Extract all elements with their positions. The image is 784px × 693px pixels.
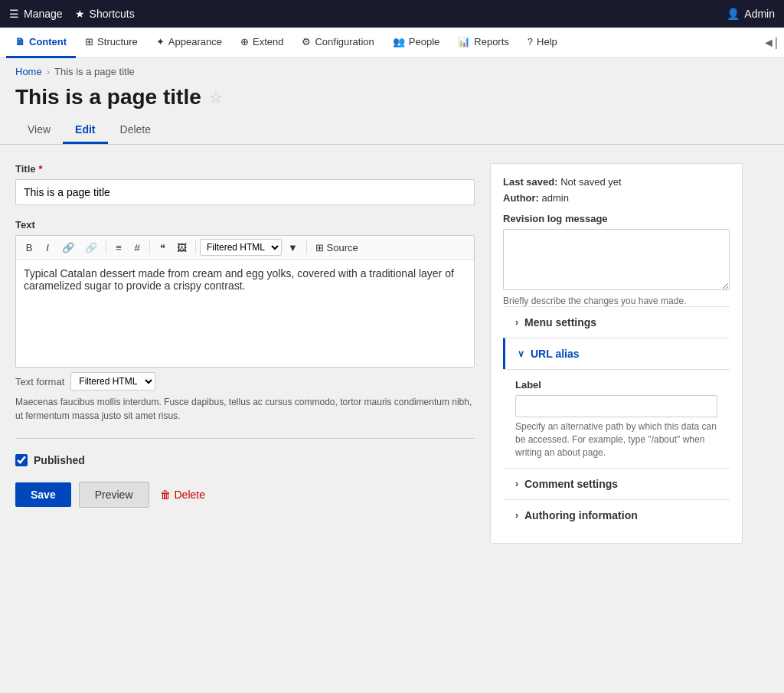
- tab-delete[interactable]: Delete: [108, 117, 163, 144]
- ordered-list-button[interactable]: #: [129, 240, 145, 256]
- shortcuts-label: Shortcuts: [90, 8, 135, 20]
- last-saved-label: Last saved:: [503, 176, 558, 188]
- comment-settings-section[interactable]: › Comment settings: [503, 468, 730, 499]
- editor-content[interactable]: Typical Catalan dessert made from cream …: [16, 260, 474, 367]
- nav-extend-label: Extend: [253, 36, 283, 47]
- label-help: Specify an alternative path by which thi…: [515, 420, 717, 459]
- text-format-label: Text format: [15, 376, 64, 387]
- delete-button[interactable]: 🗑 Delete: [157, 482, 208, 507]
- text-field-label: Text: [15, 219, 475, 230]
- required-marker: *: [39, 163, 43, 175]
- help-icon: ?: [528, 36, 533, 47]
- nav-structure[interactable]: ⊞ Structure: [76, 28, 147, 58]
- content-icon: 🗎: [15, 36, 25, 47]
- tab-view[interactable]: View: [15, 117, 63, 144]
- delete-icon: 🗑: [160, 489, 171, 501]
- published-row: Published: [15, 454, 475, 466]
- nav-reports-label: Reports: [474, 36, 509, 47]
- save-button[interactable]: Save: [15, 482, 71, 507]
- nav-help[interactable]: ? Help: [518, 28, 567, 58]
- url-alias-chevron-down: ∨: [518, 348, 524, 359]
- breadcrumb-separator: ›: [47, 66, 50, 77]
- author-row: Author: admin: [503, 192, 730, 204]
- unlink-button[interactable]: 🔗: [80, 240, 102, 256]
- breadcrumb-current: This is a page title: [54, 66, 135, 77]
- admin-icon: 👤: [727, 8, 740, 20]
- published-checkbox[interactable]: [15, 454, 28, 466]
- label-field-label: Label: [515, 379, 717, 391]
- shortcuts-button[interactable]: ★ Shortcuts: [75, 8, 135, 20]
- nav-help-label: Help: [537, 36, 557, 47]
- nav-configuration[interactable]: ⚙ Configuration: [292, 28, 383, 58]
- side-box: Last saved: Not saved yet Author: admin …: [490, 163, 743, 544]
- label-input[interactable]: [515, 395, 717, 417]
- italic-button[interactable]: I: [39, 240, 56, 256]
- blockquote-button[interactable]: ❝: [154, 240, 171, 256]
- image-button[interactable]: 🖼: [172, 240, 191, 256]
- breadcrumb-home[interactable]: Home: [15, 66, 42, 77]
- authoring-info-chevron-right: ›: [515, 510, 518, 521]
- configuration-icon: ⚙: [302, 36, 311, 47]
- bold-button[interactable]: B: [21, 240, 38, 256]
- source-icon: ⊞: [315, 242, 324, 253]
- url-alias-content: Label Specify an alternative path by whi…: [503, 369, 730, 468]
- unordered-list-button[interactable]: ≡: [110, 240, 127, 256]
- preview-button[interactable]: Preview: [79, 482, 149, 508]
- source-button[interactable]: ⊞ Source: [311, 240, 363, 256]
- nav-structure-label: Structure: [97, 36, 138, 47]
- menu-settings-chevron-right: ›: [515, 317, 518, 328]
- menu-settings-label: Menu settings: [524, 316, 596, 329]
- authoring-info-section[interactable]: › Authoring information: [503, 499, 730, 531]
- nav-content[interactable]: 🗎 Content: [6, 28, 76, 58]
- reports-icon: 📊: [458, 36, 470, 47]
- text-format-select[interactable]: Filtered HTML: [70, 372, 155, 391]
- url-alias-section[interactable]: ∨ URL alias: [503, 338, 730, 369]
- structure-icon: ⊞: [85, 36, 93, 47]
- toolbar-separator-2: [149, 240, 150, 254]
- comment-settings-label: Comment settings: [524, 478, 618, 490]
- people-icon: 👥: [393, 36, 405, 47]
- menu-settings-section[interactable]: › Menu settings: [503, 306, 730, 338]
- revision-label: Revision log message: [503, 213, 730, 224]
- admin-button[interactable]: 👤 Admin: [727, 8, 775, 20]
- manage-label: Manage: [24, 8, 63, 20]
- tabs-bar: View Edit Delete: [0, 110, 784, 145]
- format-select[interactable]: Filtered HTML: [200, 239, 282, 256]
- topbar: ☰ Manage ★ Shortcuts 👤 Admin: [0, 0, 784, 28]
- extend-icon: ⊕: [240, 36, 249, 47]
- comment-settings-chevron-right: ›: [515, 479, 518, 489]
- nav-content-label: Content: [29, 36, 67, 47]
- tab-edit[interactable]: Edit: [63, 117, 107, 144]
- nav-extend[interactable]: ⊕ Extend: [231, 28, 292, 58]
- last-saved-value: Not saved yet: [560, 176, 622, 188]
- form-divider: [15, 438, 475, 439]
- toolbar-separator-4: [306, 240, 307, 254]
- page-title: This is a page title: [15, 85, 201, 110]
- editor-box: B I 🔗 🔗 ≡ # ❝ 🖼 Filtered HTML ▼: [15, 235, 475, 368]
- format-dropdown-button[interactable]: ▼: [283, 240, 302, 256]
- title-field-label: Title *: [15, 163, 475, 175]
- collapse-button[interactable]: ◄|: [763, 36, 778, 50]
- right-panel: Last saved: Not saved yet Author: admin …: [490, 163, 743, 544]
- nav-reports[interactable]: 📊 Reports: [449, 28, 518, 58]
- link-button[interactable]: 🔗: [57, 240, 79, 256]
- manage-button[interactable]: ☰ Manage: [9, 8, 63, 20]
- appearance-icon: ✦: [156, 36, 165, 47]
- revision-textarea[interactable]: [503, 229, 730, 290]
- nav-people[interactable]: 👥 People: [384, 28, 449, 58]
- menu-icon: ☰: [9, 8, 19, 20]
- main-content: Home › This is a page title This is a pa…: [0, 58, 784, 693]
- content-layout: Title * Text B I 🔗 🔗 ≡ # ❝ 🖼: [0, 145, 784, 562]
- navbar: 🗎 Content ⊞ Structure ✦ Appearance ⊕ Ext…: [0, 28, 784, 58]
- format-help-text: Maecenas faucibus mollis interdum. Fusce…: [15, 395, 475, 423]
- delete-label: Delete: [175, 489, 205, 501]
- revision-help: Briefly describe the changes you have ma…: [503, 296, 730, 306]
- admin-label: Admin: [744, 8, 775, 20]
- author-value: admin: [542, 192, 569, 204]
- nav-appearance[interactable]: ✦ Appearance: [147, 28, 231, 58]
- action-row: Save Preview 🗑 Delete: [15, 482, 475, 508]
- title-input[interactable]: [15, 179, 475, 205]
- published-label: Published: [34, 454, 85, 466]
- star-icon: ★: [75, 8, 85, 20]
- favorite-icon[interactable]: ☆: [209, 88, 223, 106]
